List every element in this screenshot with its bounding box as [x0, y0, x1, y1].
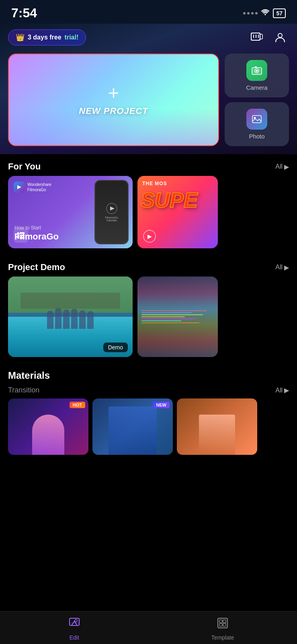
svg-point-8: [256, 70, 258, 72]
header-icons: [248, 29, 289, 46]
material-figure-3: [177, 410, 257, 455]
filmora-logo-text: WondershareFilmoraGo: [27, 182, 51, 192]
svg-rect-18: [20, 237, 25, 239]
new-project-button[interactable]: + NEW PROJECT: [8, 54, 219, 146]
blue-figure: [109, 407, 157, 455]
photo-button[interactable]: Photo: [225, 102, 289, 146]
camera-icon: [246, 60, 267, 81]
tutorial-logo: WondershareFilmoraGo: [14, 182, 51, 193]
nav-item-edit[interactable]: Edit: [50, 617, 98, 641]
project-demo-all-button[interactable]: All ▶: [275, 264, 289, 271]
rainbow-line-1: [141, 310, 207, 311]
video-library-button[interactable]: [248, 29, 266, 46]
for-you-all-button[interactable]: All ▶: [275, 163, 289, 171]
svg-rect-25: [223, 623, 226, 626]
rainbow-lines: [137, 277, 218, 357]
rainbow-line-7: [141, 322, 199, 323]
edit-label: Edit: [70, 634, 79, 641]
project-demo-scroll: Demo: [0, 277, 297, 363]
nav-spacer: [0, 463, 297, 503]
material-card-hot[interactable]: HOT: [8, 398, 88, 455]
photo-icon: [246, 109, 267, 130]
signal-dot-1: [243, 12, 246, 14]
for-you-scroll: WondershareFilmoraGo FilmoraGoTutorials …: [0, 176, 297, 255]
transition-title: Transition: [8, 386, 39, 394]
top-section: 👑 3 days free trial!: [0, 24, 297, 154]
material-figure-1: [8, 410, 88, 455]
crown-icon: 👑: [16, 33, 25, 42]
person-5: [79, 310, 86, 329]
project-demo-section-header: Project Demo All ▶: [0, 255, 297, 277]
transition-section-header: Transition All ▶: [0, 383, 297, 398]
material-figure-2: [92, 410, 173, 455]
svg-rect-21: [218, 618, 227, 628]
svg-rect-10: [252, 116, 261, 123]
signal-dot-3: [251, 12, 254, 14]
rainbow-line-2: [141, 312, 192, 313]
svg-rect-9: [255, 66, 257, 68]
nav-item-template[interactable]: Template: [199, 617, 247, 641]
svg-rect-19: [70, 618, 79, 625]
trial-badge[interactable]: 👑 3 days free trial!: [8, 29, 86, 45]
plus-icon: +: [108, 83, 119, 103]
wifi-icon: [261, 9, 270, 17]
svg-rect-14: [17, 235, 19, 236]
person-4: [71, 309, 78, 329]
svg-rect-24: [219, 623, 222, 626]
materials-title: Materials: [0, 363, 297, 383]
project-demo-all-label: All: [275, 264, 283, 271]
svg-point-4: [278, 33, 282, 37]
battery-badge: 57: [273, 8, 286, 18]
tutorial-bottom-icon: [14, 228, 28, 243]
demo-badge: Demo: [103, 343, 128, 352]
super-play-icon: ▶: [143, 230, 156, 243]
content-area: For You All ▶ WondershareFilmoraGo: [0, 154, 297, 463]
tutorial-phone-screen: FilmoraGoTutorials: [95, 181, 128, 244]
rainbow-line-3: [141, 314, 203, 315]
new-project-label: NEW PROJECT: [79, 106, 148, 116]
super-card[interactable]: THE MOS SUPE ▶: [137, 176, 218, 248]
svg-rect-15: [17, 237, 19, 239]
side-buttons: Camera Photo: [225, 54, 289, 146]
transition-all-button[interactable]: All ▶: [275, 386, 289, 394]
for-you-chevron-icon: ▶: [284, 163, 289, 171]
trial-highlight-text: trial!: [65, 34, 79, 41]
svg-rect-22: [219, 620, 222, 623]
project-demo-title: Project Demo: [8, 262, 65, 272]
signal-dots: [243, 12, 258, 14]
transition-chevron-icon: ▶: [284, 386, 289, 394]
status-right-icons: 57: [243, 8, 286, 18]
for-you-all-label: All: [275, 163, 283, 170]
trial-free-text: 3 days free: [28, 34, 61, 41]
glow-figure: [32, 415, 64, 455]
for-you-title: For You: [8, 161, 41, 172]
material-card-new[interactable]: NEW: [92, 398, 173, 455]
svg-point-20: [75, 619, 77, 622]
svg-rect-23: [223, 620, 226, 623]
camera-label: Camera: [246, 84, 267, 91]
svg-rect-13: [17, 232, 19, 234]
signal-dot-2: [247, 12, 250, 14]
profile-button[interactable]: [271, 29, 289, 46]
tutorial-phone: FilmoraGoTutorials: [94, 180, 129, 244]
pink-figure: [199, 415, 235, 455]
svg-rect-16: [20, 232, 25, 234]
template-icon: [217, 617, 229, 632]
svg-rect-17: [20, 235, 25, 236]
main-action-grid: + NEW PROJECT Camera: [8, 54, 289, 146]
status-time: 7:54: [11, 6, 37, 21]
camera-button[interactable]: Camera: [225, 54, 289, 97]
header-row: 👑 3 days free trial!: [8, 29, 289, 46]
filmora-logo-icon: [14, 182, 25, 193]
for-you-section-header: For You All ▶: [0, 154, 297, 176]
rainbow-line-4: [141, 316, 185, 317]
rainbow-line-6: [141, 320, 181, 321]
pool-demo-card[interactable]: Demo: [8, 277, 133, 357]
signal-dot-4: [255, 12, 258, 14]
material-card-pink[interactable]: [177, 398, 257, 455]
svg-point-0: [265, 14, 266, 15]
template-label: Template: [211, 634, 234, 641]
pool-people: [8, 305, 133, 329]
tutorial-card[interactable]: WondershareFilmoraGo FilmoraGoTutorials …: [8, 176, 133, 248]
rainbow-demo-card[interactable]: [137, 277, 218, 357]
